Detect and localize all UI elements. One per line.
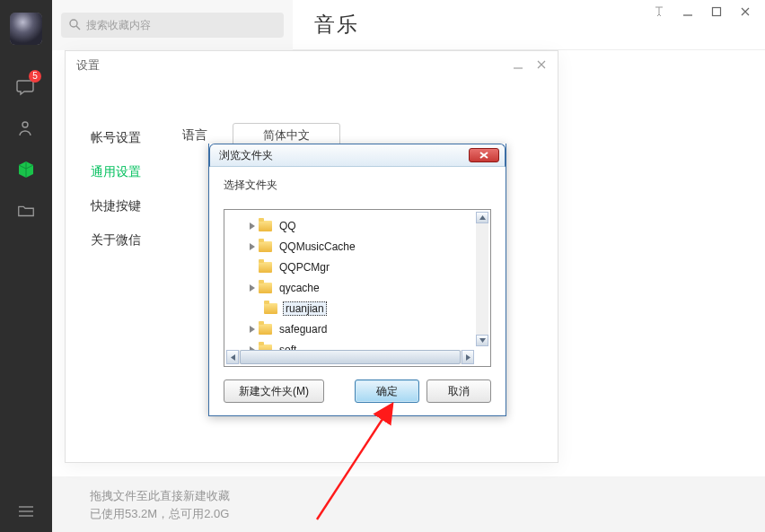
- annotation-arrow: [0, 0, 765, 532]
- svg-line-3: [317, 416, 384, 519]
